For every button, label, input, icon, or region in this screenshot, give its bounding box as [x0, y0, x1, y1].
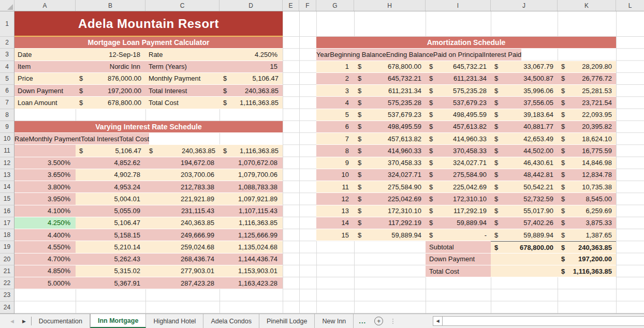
paid-principal-cell[interactable]: $35,996.06	[491, 85, 558, 96]
row-header[interactable]: 12	[0, 157, 14, 169]
column-label[interactable]: Total Cost	[119, 133, 149, 144]
interest-paid-cell[interactable]: $18,624.10	[558, 133, 616, 144]
interest-cell[interactable]: 240,363.85	[145, 217, 219, 229]
year-cell[interactable]: 12	[316, 193, 354, 204]
select-all-corner[interactable]	[0, 0, 14, 11]
loan-amount-label[interactable]: Loan Amount	[14, 97, 76, 108]
base-interest[interactable]: $240,363.85	[145, 145, 219, 156]
term-value[interactable]: 15	[219, 61, 283, 72]
base-rate-cell[interactable]	[14, 145, 76, 156]
table-row[interactable]: 10 $324,027.71 $275,584.90 $48,442.81 $1…	[316, 169, 616, 181]
paid-principal-cell[interactable]: $39,183.64	[491, 109, 558, 121]
ending-balance-cell[interactable]: $59,889.94	[426, 217, 491, 229]
rate-cell[interactable]: 4.850%	[14, 265, 76, 277]
column-header[interactable]: I	[426, 0, 491, 11]
beginning-balance-cell[interactable]: $225,042.69	[354, 193, 426, 204]
paid-principal-cell[interactable]: $55,017.90	[491, 205, 558, 217]
column-header[interactable]: E	[283, 0, 299, 11]
interest-cell[interactable]: 231,115.43	[145, 205, 219, 217]
beginning-balance-cell[interactable]: $498,495.59	[354, 121, 426, 132]
paid-principal-cell[interactable]: $37,556.05	[491, 97, 558, 108]
interest-paid-cell[interactable]: $1,387.65	[558, 229, 616, 241]
row-header[interactable]: 17	[0, 217, 14, 229]
interest-paid-cell[interactable]: $16,775.59	[558, 145, 616, 156]
table-row[interactable]: 4.850% 5,315.02 277,903.01 1,153,903.01	[14, 265, 283, 277]
column-label[interactable]: Beginning Balance	[330, 49, 386, 60]
paid-principal-cell[interactable]: $42,653.49	[491, 133, 558, 144]
table-row[interactable]: 4.250% 5,106.47 240,363.85 1,116,363.85	[14, 217, 283, 229]
year-cell[interactable]: 5	[316, 109, 354, 121]
calculator-title-row[interactable]: Mortgage Loan Payment Calculator	[14, 37, 283, 49]
paid-principal-cell[interactable]: $44,502.00	[491, 145, 558, 156]
rate-cell[interactable]: 5.000%	[14, 277, 76, 289]
loan-amount-value[interactable]: $678,800.00	[76, 97, 145, 108]
prev-sheet-arrow-icon[interactable]: ◀	[10, 319, 14, 324]
interest-cell[interactable]: 203,700.06	[145, 169, 219, 181]
interest-paid-cell[interactable]: $10,735.38	[558, 181, 616, 192]
ending-balance-cell[interactable]: $172,310.10	[426, 193, 491, 204]
payment-cell[interactable]: 5,262.43	[76, 254, 145, 265]
column-header[interactable]: L	[616, 0, 644, 11]
subtotal-principal[interactable]: $678,800.00	[491, 241, 558, 252]
next-sheet-arrow-icon[interactable]: ▶	[22, 319, 26, 324]
beginning-balance-cell[interactable]: $457,613.82	[354, 133, 426, 144]
column-label[interactable]: Interest Paid	[484, 49, 521, 60]
payment-cell[interactable]: 5,367.91	[76, 277, 145, 289]
ending-balance-cell[interactable]: $611,231.34	[426, 73, 491, 84]
sheet-tab[interactable]: Inn Mortgage	[90, 314, 146, 328]
paid-principal-cell[interactable]: $59,889.94	[491, 229, 558, 241]
row-header[interactable]: 11	[0, 145, 14, 157]
row-header[interactable]: 16	[0, 205, 14, 217]
table-row[interactable]: Price $876,000.00 Monthly Payment $5,106…	[14, 73, 283, 85]
beginning-balance-cell[interactable]: $645,732.21	[354, 73, 426, 84]
table-row[interactable]: 15 $59,889.94 $- $59,889.94 $1,387.65	[316, 229, 616, 241]
interest-paid-cell[interactable]: $8,545.00	[558, 193, 616, 204]
rate-cell[interactable]: 4.250%	[14, 217, 76, 229]
table-row[interactable]: 4.400% 5,158.15 249,666.99 1,125,666.99	[14, 229, 283, 241]
payment-cell[interactable]: 4,852.62	[76, 157, 145, 169]
varying-base-row[interactable]: $5,106.47 $240,363.85 $1,116,363.85	[14, 145, 283, 157]
beginning-balance-cell[interactable]: $611,231.34	[354, 85, 426, 96]
payment-cell[interactable]: 4,902.78	[76, 169, 145, 181]
base-cost[interactable]: $1,116,363.85	[219, 145, 283, 156]
table-row[interactable]: 4.700% 5,262.43 268,436.74 1,144,436.74	[14, 254, 283, 265]
row-header[interactable]: 5	[0, 73, 14, 85]
column-header[interactable]: B	[76, 0, 145, 11]
price-value[interactable]: $876,000.00	[76, 73, 145, 84]
interest-cell[interactable]: 268,436.74	[145, 254, 219, 265]
rate-value[interactable]: 4.250%	[219, 49, 283, 60]
total-interest-label[interactable]: Total Interest	[145, 85, 219, 96]
paid-principal-cell[interactable]: $34,500.87	[491, 73, 558, 84]
rate-label[interactable]: Rate	[145, 49, 219, 60]
interest-paid-cell[interactable]: $12,834.78	[558, 169, 616, 181]
ending-balance-cell[interactable]: $117,292.19	[426, 205, 491, 217]
paid-principal-cell[interactable]: $40,881.77	[491, 121, 558, 132]
row-header[interactable]: 13	[0, 169, 14, 181]
interest-cell[interactable]: 259,024.68	[145, 241, 219, 252]
table-row[interactable]: 2 $645,732.21 $611,231.34 $34,500.87 $26…	[316, 73, 616, 85]
row-header[interactable]: 4	[0, 61, 14, 73]
paid-principal-cell[interactable]: $52,732.59	[491, 193, 558, 204]
paid-principal-cell[interactable]: $33,067.79	[491, 61, 558, 72]
date-label[interactable]: Date	[14, 49, 76, 60]
table-row[interactable]: 13 $172,310.10 $117,292.19 $55,017.90 $6…	[316, 205, 616, 217]
column-label[interactable]: Paid on Principal	[433, 49, 484, 60]
table-row[interactable]: 8 $414,960.33 $370,458.33 $44,502.00 $16…	[316, 145, 616, 157]
rate-cell[interactable]: 4.700%	[14, 254, 76, 265]
ending-balance-cell[interactable]: $324,027.71	[426, 157, 491, 169]
payment-cell[interactable]: 5,158.15	[76, 229, 145, 241]
payment-cell[interactable]: 5,315.02	[76, 265, 145, 277]
beginning-balance-cell[interactable]: $117,292.19	[354, 217, 426, 229]
beginning-balance-cell[interactable]: $59,889.94	[354, 229, 426, 241]
column-header[interactable]: D	[219, 0, 283, 11]
interest-cell[interactable]: 212,783.38	[145, 181, 219, 192]
horizontal-scrollbar[interactable]: ◀	[433, 316, 644, 326]
paid-principal-cell[interactable]: $46,430.61	[491, 157, 558, 169]
interest-cell[interactable]: 287,423.28	[145, 277, 219, 289]
amortization-title-row[interactable]: Amortization Schedule	[316, 37, 616, 49]
table-row[interactable]: 4.100% 5,055.09 231,115.43 1,107,115.43	[14, 205, 283, 217]
ending-balance-cell[interactable]: $645,732.21	[426, 61, 491, 72]
cost-cell[interactable]: 1,135,024.68	[219, 241, 283, 252]
total-cost-amount[interactable]: $1,116,363.85	[558, 265, 616, 277]
row-header[interactable]: 3	[0, 49, 14, 61]
